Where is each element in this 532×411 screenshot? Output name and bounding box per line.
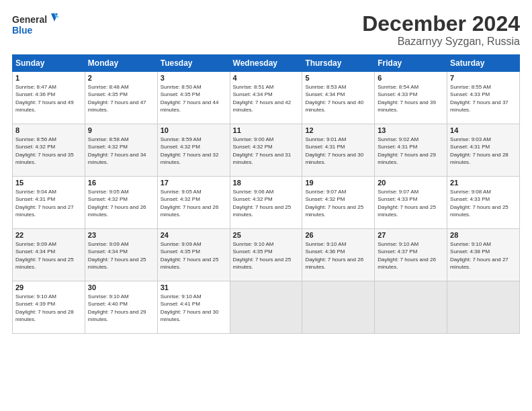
- col-saturday: Saturday: [447, 55, 520, 72]
- day-info: Sunrise: 9:07 AMSunset: 4:33 PMDaylight:…: [378, 189, 436, 218]
- day-number: 25: [233, 231, 300, 239]
- day-info: Sunrise: 9:10 AMSunset: 4:35 PMDaylight:…: [233, 241, 292, 270]
- day-info: Sunrise: 9:10 AMSunset: 4:39 PMDaylight:…: [15, 293, 74, 322]
- table-row: 10 Sunrise: 8:59 AMSunset: 4:32 PMDaylig…: [157, 124, 230, 177]
- table-row: 18 Sunrise: 9:06 AMSunset: 4:32 PMDaylig…: [230, 177, 302, 229]
- table-row: 20 Sunrise: 9:07 AMSunset: 4:33 PMDaylig…: [375, 177, 447, 229]
- day-info: Sunrise: 8:53 AMSunset: 4:34 PMDaylight:…: [305, 84, 363, 113]
- day-number: 23: [88, 231, 154, 239]
- header: General Blue December 2024 Bazarnyy Syzg…: [12, 12, 520, 48]
- table-row: 12 Sunrise: 9:01 AMSunset: 4:31 PMDaylig…: [302, 124, 375, 177]
- table-row: 4 Sunrise: 8:51 AMSunset: 4:34 PMDayligh…: [230, 72, 302, 124]
- day-info: Sunrise: 9:05 AMSunset: 4:32 PMDaylight:…: [161, 189, 219, 218]
- day-number: 18: [233, 179, 300, 187]
- day-number: 11: [233, 126, 300, 134]
- day-number: 22: [15, 231, 82, 239]
- day-info: Sunrise: 8:59 AMSunset: 4:32 PMDaylight:…: [161, 136, 219, 165]
- day-number: 1: [15, 74, 82, 82]
- day-info: Sunrise: 9:09 AMSunset: 4:35 PMDaylight:…: [161, 241, 219, 270]
- table-row: [447, 281, 520, 334]
- table-row: 1 Sunrise: 8:47 AMSunset: 4:36 PMDayligh…: [13, 72, 85, 124]
- month-title: December 2024: [362, 12, 520, 36]
- table-row: 26 Sunrise: 9:10 AMSunset: 4:36 PMDaylig…: [302, 229, 375, 281]
- day-number: 16: [88, 179, 154, 187]
- day-number: 2: [88, 74, 154, 82]
- svg-text:General: General: [12, 14, 47, 25]
- day-number: 10: [161, 126, 227, 134]
- logo-svg: General Blue: [12, 12, 59, 40]
- week-row-2: 8 Sunrise: 8:56 AMSunset: 4:32 PMDayligh…: [13, 124, 520, 177]
- table-row: 16 Sunrise: 9:05 AMSunset: 4:32 PMDaylig…: [85, 177, 157, 229]
- table-row: 15 Sunrise: 9:04 AMSunset: 4:31 PMDaylig…: [13, 177, 85, 229]
- table-row: 7 Sunrise: 8:55 AMSunset: 4:33 PMDayligh…: [447, 72, 520, 124]
- day-info: Sunrise: 9:10 AMSunset: 4:41 PMDaylight:…: [161, 293, 219, 322]
- col-friday: Friday: [375, 55, 447, 72]
- day-info: Sunrise: 8:50 AMSunset: 4:35 PMDaylight:…: [161, 84, 219, 113]
- table-row: 5 Sunrise: 8:53 AMSunset: 4:34 PMDayligh…: [302, 72, 375, 124]
- table-row: 11 Sunrise: 9:00 AMSunset: 4:32 PMDaylig…: [230, 124, 302, 177]
- col-monday: Monday: [85, 55, 157, 72]
- day-info: Sunrise: 9:00 AMSunset: 4:32 PMDaylight:…: [233, 136, 292, 165]
- table-row: 8 Sunrise: 8:56 AMSunset: 4:32 PMDayligh…: [13, 124, 85, 177]
- day-info: Sunrise: 9:05 AMSunset: 4:32 PMDaylight:…: [88, 189, 146, 218]
- day-info: Sunrise: 8:56 AMSunset: 4:32 PMDaylight:…: [15, 136, 74, 165]
- table-row: 28 Sunrise: 9:10 AMSunset: 4:38 PMDaylig…: [447, 229, 520, 281]
- day-info: Sunrise: 9:01 AMSunset: 4:31 PMDaylight:…: [305, 136, 363, 165]
- day-number: 26: [305, 231, 371, 239]
- day-number: 14: [450, 126, 517, 134]
- col-wednesday: Wednesday: [230, 55, 302, 72]
- day-number: 6: [378, 74, 444, 82]
- table-row: 23 Sunrise: 9:09 AMSunset: 4:34 PMDaylig…: [85, 229, 157, 281]
- day-number: 15: [15, 179, 82, 187]
- col-sunday: Sunday: [13, 55, 85, 72]
- day-info: Sunrise: 9:03 AMSunset: 4:31 PMDaylight:…: [450, 136, 508, 165]
- day-info: Sunrise: 9:02 AMSunset: 4:31 PMDaylight:…: [378, 136, 436, 165]
- day-number: 29: [15, 283, 82, 291]
- col-tuesday: Tuesday: [157, 55, 230, 72]
- day-number: 19: [305, 179, 371, 187]
- day-info: Sunrise: 9:08 AMSunset: 4:33 PMDaylight:…: [450, 189, 508, 218]
- week-row-3: 15 Sunrise: 9:04 AMSunset: 4:31 PMDaylig…: [13, 177, 520, 229]
- day-number: 12: [305, 126, 371, 134]
- day-number: 21: [450, 179, 517, 187]
- day-number: 20: [378, 179, 444, 187]
- week-row-4: 22 Sunrise: 9:09 AMSunset: 4:34 PMDaylig…: [13, 229, 520, 281]
- day-number: 30: [88, 283, 154, 291]
- day-info: Sunrise: 8:55 AMSunset: 4:33 PMDaylight:…: [450, 84, 508, 113]
- day-number: 5: [305, 74, 371, 82]
- week-row-1: 1 Sunrise: 8:47 AMSunset: 4:36 PMDayligh…: [13, 72, 520, 124]
- day-info: Sunrise: 9:07 AMSunset: 4:32 PMDaylight:…: [305, 189, 363, 218]
- table-row: 6 Sunrise: 8:54 AMSunset: 4:33 PMDayligh…: [375, 72, 447, 124]
- day-info: Sunrise: 8:48 AMSunset: 4:35 PMDaylight:…: [88, 84, 146, 113]
- day-number: 4: [233, 74, 300, 82]
- week-row-5: 29 Sunrise: 9:10 AMSunset: 4:39 PMDaylig…: [13, 281, 520, 334]
- table-row: 17 Sunrise: 9:05 AMSunset: 4:32 PMDaylig…: [157, 177, 230, 229]
- day-info: Sunrise: 9:09 AMSunset: 4:34 PMDaylight:…: [88, 241, 146, 270]
- day-info: Sunrise: 8:54 AMSunset: 4:33 PMDaylight:…: [378, 84, 436, 113]
- table-row: [230, 281, 302, 334]
- subtitle: Bazarnyy Syzgan, Russia: [362, 36, 520, 48]
- table-row: 25 Sunrise: 9:10 AMSunset: 4:35 PMDaylig…: [230, 229, 302, 281]
- col-thursday: Thursday: [302, 55, 375, 72]
- day-number: 9: [88, 126, 154, 134]
- day-info: Sunrise: 8:58 AMSunset: 4:32 PMDaylight:…: [88, 136, 146, 165]
- table-row: 21 Sunrise: 9:08 AMSunset: 4:33 PMDaylig…: [447, 177, 520, 229]
- table-row: 29 Sunrise: 9:10 AMSunset: 4:39 PMDaylig…: [13, 281, 85, 334]
- day-info: Sunrise: 8:51 AMSunset: 4:34 PMDaylight:…: [233, 84, 292, 113]
- table-row: 22 Sunrise: 9:09 AMSunset: 4:34 PMDaylig…: [13, 229, 85, 281]
- day-number: 8: [15, 126, 82, 134]
- day-number: 7: [450, 74, 517, 82]
- day-info: Sunrise: 9:10 AMSunset: 4:40 PMDaylight:…: [88, 293, 146, 322]
- header-row: Sunday Monday Tuesday Wednesday Thursday…: [13, 55, 520, 72]
- table-row: 27 Sunrise: 9:10 AMSunset: 4:37 PMDaylig…: [375, 229, 447, 281]
- day-number: 27: [378, 231, 444, 239]
- title-block: December 2024 Bazarnyy Syzgan, Russia: [362, 12, 520, 48]
- table-row: [375, 281, 447, 334]
- day-number: 3: [161, 74, 227, 82]
- day-info: Sunrise: 9:06 AMSunset: 4:32 PMDaylight:…: [233, 189, 292, 218]
- day-info: Sunrise: 8:47 AMSunset: 4:36 PMDaylight:…: [15, 84, 74, 113]
- day-info: Sunrise: 9:10 AMSunset: 4:36 PMDaylight:…: [305, 241, 363, 270]
- day-number: 31: [161, 283, 227, 291]
- table-row: 3 Sunrise: 8:50 AMSunset: 4:35 PMDayligh…: [157, 72, 230, 124]
- table-row: 13 Sunrise: 9:02 AMSunset: 4:31 PMDaylig…: [375, 124, 447, 177]
